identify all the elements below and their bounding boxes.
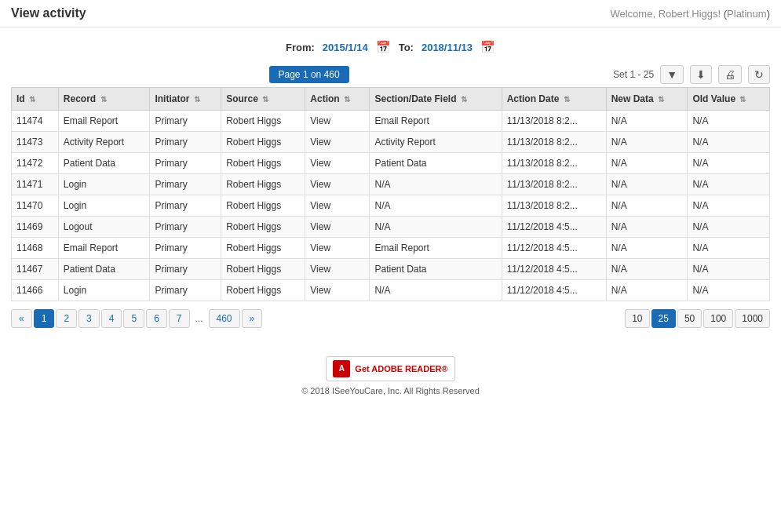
cell-section_date_field: N/A xyxy=(370,195,502,217)
to-calendar-icon[interactable]: 📅 xyxy=(480,40,495,54)
cell-new_data: N/A xyxy=(606,217,688,238)
adobe-icon: A xyxy=(333,360,350,377)
col-initiator[interactable]: Initiator ⇅ xyxy=(150,88,221,111)
page-btn-1[interactable]: 1 xyxy=(34,309,55,328)
cell-action: View xyxy=(305,111,370,132)
cell-action: View xyxy=(305,259,370,280)
cell-action: View xyxy=(305,132,370,153)
cell-record: Activity Report xyxy=(58,132,150,153)
page-btn-3[interactable]: 3 xyxy=(78,309,100,328)
cell-new_data: N/A xyxy=(606,195,688,217)
cell-old_value: N/A xyxy=(688,153,770,174)
per-page-group: 10 25 50 100 1000 xyxy=(625,309,770,328)
cell-section_date_field: N/A xyxy=(370,280,502,301)
cell-initiator: Primary xyxy=(150,111,221,132)
cell-old_value: N/A xyxy=(688,174,770,195)
per-page-50[interactable]: 50 xyxy=(677,309,702,328)
cell-initiator: Primary xyxy=(150,174,221,195)
cell-id: 11469 xyxy=(12,217,59,238)
col-source[interactable]: Source ⇅ xyxy=(221,88,305,111)
print-button[interactable]: 🖨 xyxy=(718,65,742,84)
main-content: From: 2015/1/14 📅 To: 2018/11/13 📅 Page … xyxy=(0,27,781,341)
table-row: 11466LoginPrimaryRobert HiggsViewN/A11/1… xyxy=(12,280,770,301)
footer: A Get ADOBE READER® © 2018 ISeeYouCare, … xyxy=(0,341,781,403)
page-btn-5[interactable]: 5 xyxy=(123,309,144,328)
table-row: 11467Patient DataPrimaryRobert HiggsView… xyxy=(12,259,770,280)
page-btn-6[interactable]: 6 xyxy=(146,309,167,328)
cell-new_data: N/A xyxy=(606,174,688,195)
from-calendar-icon[interactable]: 📅 xyxy=(376,40,391,54)
page-btn-2[interactable]: 2 xyxy=(56,309,77,328)
cell-old_value: N/A xyxy=(688,217,770,238)
cell-action_date: 11/12/2018 4:5... xyxy=(502,238,606,259)
from-date[interactable]: 2015/1/14 xyxy=(323,42,368,53)
set-info: Set 1 - 25 xyxy=(613,69,654,80)
page-btn-7[interactable]: 7 xyxy=(169,309,190,328)
cell-id: 11472 xyxy=(12,153,59,174)
col-section-date-field[interactable]: Section/Date Field ⇅ xyxy=(370,88,502,111)
next-page-button[interactable]: » xyxy=(242,309,263,328)
col-action[interactable]: Action ⇅ xyxy=(305,88,370,111)
cell-source: Robert Higgs xyxy=(221,259,305,280)
cell-action: View xyxy=(305,238,370,259)
cell-old_value: N/A xyxy=(688,132,770,153)
cell-section_date_field: Email Report xyxy=(370,111,502,132)
cell-section_date_field: N/A xyxy=(370,174,502,195)
copyright: © 2018 ISeeYouCare, Inc. All Rights Rese… xyxy=(0,386,781,395)
cell-initiator: Primary xyxy=(150,217,221,238)
col-action-date[interactable]: Action Date ⇅ xyxy=(502,88,606,111)
cell-section_date_field: Patient Data xyxy=(370,153,502,174)
cell-id: 11467 xyxy=(12,259,59,280)
cell-initiator: Primary xyxy=(150,280,221,301)
cell-action: View xyxy=(305,280,370,301)
adobe-badge[interactable]: A Get ADOBE READER® xyxy=(326,356,454,381)
header-row: Id ⇅ Record ⇅ Initiator ⇅ Source ⇅ Actio… xyxy=(12,88,770,111)
cell-new_data: N/A xyxy=(606,132,688,153)
table-row: 11474Email ReportPrimaryRobert HiggsView… xyxy=(12,111,770,132)
cell-action_date: 11/12/2018 4:5... xyxy=(502,217,606,238)
to-date[interactable]: 2018/11/13 xyxy=(422,42,473,53)
pagination: « 1 2 3 4 5 6 7 ... 460 » xyxy=(11,309,262,328)
refresh-button[interactable]: ↻ xyxy=(748,65,770,84)
cell-source: Robert Higgs xyxy=(221,238,305,259)
per-page-10[interactable]: 10 xyxy=(625,309,649,328)
cell-id: 11466 xyxy=(12,280,59,301)
page-btn-4[interactable]: 4 xyxy=(101,309,122,328)
cell-id: 11470 xyxy=(12,195,59,217)
table-row: 11468Email ReportPrimaryRobert HiggsView… xyxy=(12,238,770,259)
cell-action: View xyxy=(305,195,370,217)
download-button[interactable]: ⬇ xyxy=(690,65,712,84)
table-controls-row: Page 1 on 460 Set 1 - 25 ▼ ⬇ 🖨 ↻ xyxy=(11,65,770,84)
cell-record: Patient Data xyxy=(58,153,150,174)
col-old-value[interactable]: Old Value ⇅ xyxy=(688,88,770,111)
cell-source: Robert Higgs xyxy=(221,217,305,238)
cell-old_value: N/A xyxy=(688,280,770,301)
table-row: 11470LoginPrimaryRobert HiggsViewN/A11/1… xyxy=(12,195,770,217)
filter-button[interactable]: ▼ xyxy=(660,65,684,84)
cell-source: Robert Higgs xyxy=(221,174,305,195)
cell-record: Logout xyxy=(58,217,150,238)
table-row: 11472Patient DataPrimaryRobert HiggsView… xyxy=(12,153,770,174)
col-id[interactable]: Id ⇅ xyxy=(12,88,59,111)
per-page-100[interactable]: 100 xyxy=(703,309,733,328)
per-page-25[interactable]: 25 xyxy=(651,309,676,328)
date-filter: From: 2015/1/14 📅 To: 2018/11/13 📅 xyxy=(11,40,770,54)
cell-action_date: 11/12/2018 4:5... xyxy=(502,259,606,280)
adobe-label: Get ADOBE READER® xyxy=(355,364,447,373)
per-page-1000[interactable]: 1000 xyxy=(735,309,770,328)
page-btn-last[interactable]: 460 xyxy=(209,309,240,328)
cell-id: 11468 xyxy=(12,238,59,259)
cell-old_value: N/A xyxy=(688,238,770,259)
table-header: Id ⇅ Record ⇅ Initiator ⇅ Source ⇅ Actio… xyxy=(12,88,770,111)
cell-action_date: 11/13/2018 8:2... xyxy=(502,174,606,195)
cell-record: Email Report xyxy=(58,238,150,259)
cell-source: Robert Higgs xyxy=(221,280,305,301)
table-body: 11474Email ReportPrimaryRobert HiggsView… xyxy=(12,111,770,301)
cell-initiator: Primary xyxy=(150,259,221,280)
cell-initiator: Primary xyxy=(150,132,221,153)
prev-page-button[interactable]: « xyxy=(11,309,32,328)
col-record[interactable]: Record ⇅ xyxy=(58,88,150,111)
cell-action: View xyxy=(305,153,370,174)
col-new-data[interactable]: New Data ⇅ xyxy=(606,88,688,111)
cell-record: Email Report xyxy=(58,111,150,132)
